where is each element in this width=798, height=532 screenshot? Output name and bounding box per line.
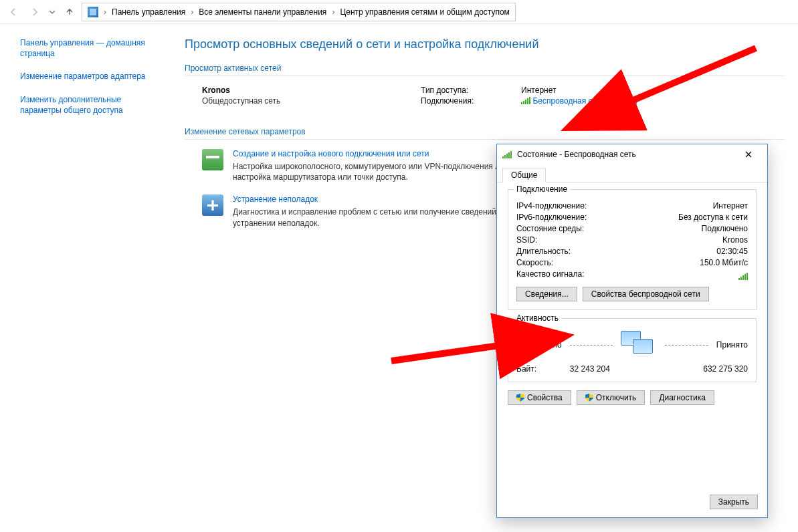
- nav-forward-button[interactable]: [25, 3, 44, 21]
- group-legend: Активность: [514, 313, 561, 323]
- task-description: Диагностика и исправление проблем с сеть…: [233, 207, 520, 228]
- diagnose-button[interactable]: Диагностика: [650, 390, 714, 405]
- chevron-right-icon: ›: [189, 7, 195, 17]
- ssid-value: Kronos: [722, 235, 748, 245]
- bytes-sent-value: 32 243 204: [570, 364, 610, 374]
- activity-icon: [621, 331, 657, 359]
- media-state-label: Состояние среды:: [516, 224, 584, 233]
- signal-icon: [502, 150, 512, 158]
- ipv6-label: IPv6-подключение:: [516, 213, 587, 222]
- wireless-properties-button[interactable]: Свойства беспроводной сети: [583, 287, 709, 301]
- task-title[interactable]: Устранение неполадок: [233, 194, 520, 204]
- shield-icon: [585, 394, 593, 402]
- address-bar: › Панель управления › Все элементы панел…: [0, 0, 798, 24]
- network-name: Kronos: [202, 86, 280, 95]
- access-type-value: Интернет: [521, 86, 556, 95]
- disable-button[interactable]: Отключить: [577, 390, 645, 405]
- duration-value: 02:30:45: [716, 247, 748, 256]
- dialog-tabs: Общие: [497, 164, 767, 182]
- divider: [185, 139, 785, 140]
- speed-label: Скорость:: [516, 258, 553, 267]
- connection-link[interactable]: Беспроводная сеть (Kronos): [532, 96, 637, 106]
- wifi-status-dialog: Состояние - Беспроводная сеть Общие Подк…: [496, 144, 768, 518]
- connections-label: Подключения:: [421, 96, 494, 106]
- ipv6-value: Без доступа к сети: [678, 213, 748, 222]
- group-activity: Активность Отправлено Принято Байт: 32 2…: [508, 318, 757, 382]
- troubleshoot-icon: [202, 194, 223, 216]
- media-state-value: Подключено: [702, 224, 748, 233]
- details-button[interactable]: Сведения...: [516, 287, 577, 301]
- close-button[interactable]: [735, 145, 762, 164]
- chevron-right-icon: ›: [330, 7, 336, 17]
- activity-divider: [570, 345, 613, 346]
- signal-icon: [738, 269, 748, 280]
- sidebar-link-advanced-sharing[interactable]: Изменить дополнительные параметры общего…: [20, 94, 157, 116]
- section-change-settings: Изменение сетевых параметров: [185, 127, 785, 136]
- nav-back-button[interactable]: [4, 3, 23, 21]
- sidebar-link-adapter-settings[interactable]: Изменение параметров адаптера: [20, 71, 157, 82]
- tab-general[interactable]: Общие: [502, 168, 546, 182]
- chevron-right-icon: ›: [102, 7, 108, 17]
- svg-line-1: [391, 344, 508, 361]
- duration-label: Длительность:: [516, 247, 571, 256]
- ssid-label: SSID:: [516, 235, 537, 245]
- dialog-title: Состояние - Беспроводная сеть: [517, 150, 636, 159]
- nav-up-button[interactable]: [60, 3, 79, 21]
- nav-recent-button[interactable]: [47, 3, 58, 21]
- section-active-networks: Просмотр активных сетей: [185, 63, 785, 73]
- sidebar-link-home[interactable]: Панель управления — домашняя страница: [20, 37, 157, 59]
- task-title[interactable]: Создание и настройка нового подключения …: [233, 149, 520, 158]
- shield-icon: [516, 394, 524, 402]
- new-connection-icon: [202, 149, 223, 170]
- divider: [185, 76, 785, 76]
- breadcrumb-item[interactable]: Панель управления: [112, 7, 185, 17]
- breadcrumb-item[interactable]: Центр управления сетями и общим доступом: [340, 7, 510, 17]
- group-connection: Подключение IPv4-подключение:Интернет IP…: [508, 189, 757, 310]
- task-description: Настройка широкополосного, коммутируемог…: [233, 161, 520, 182]
- received-label: Принято: [716, 340, 748, 350]
- group-legend: Подключение: [514, 184, 570, 194]
- signal-quality-label: Качество сигнала:: [516, 269, 584, 281]
- ipv4-label: IPv4-подключение:: [516, 201, 587, 211]
- address-field[interactable]: › Панель управления › Все элементы панел…: [82, 3, 516, 21]
- bytes-received-value: 632 275 320: [703, 364, 748, 374]
- sidebar: Панель управления — домашняя страница Из…: [0, 24, 167, 241]
- signal-icon: [521, 96, 530, 104]
- ipv4-value: Интернет: [713, 201, 748, 211]
- activity-divider: [665, 345, 708, 346]
- breadcrumb-item[interactable]: Все элементы панели управления: [199, 7, 326, 17]
- page-title: Просмотр основных сведений о сети и наст…: [185, 37, 785, 51]
- speed-value: 150.0 Мбит/с: [700, 258, 748, 267]
- network-category: Общедоступная сеть: [202, 96, 280, 106]
- sent-label: Отправлено: [516, 340, 562, 350]
- bytes-label: Байт:: [516, 364, 536, 374]
- control-panel-icon: [88, 7, 98, 17]
- properties-button[interactable]: Свойства: [508, 390, 571, 405]
- close-dialog-button[interactable]: Закрыть: [710, 495, 758, 509]
- access-type-label: Тип доступа:: [421, 86, 494, 95]
- dialog-titlebar[interactable]: Состояние - Беспроводная сеть: [497, 144, 767, 164]
